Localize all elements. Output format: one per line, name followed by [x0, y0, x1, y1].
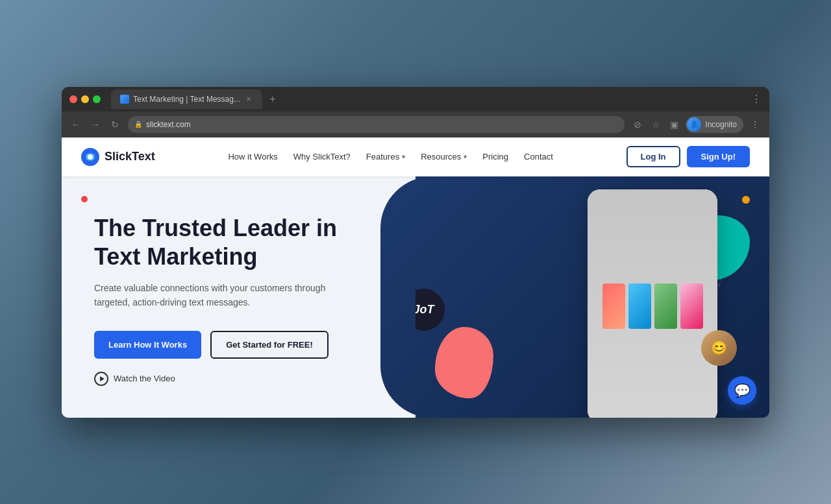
hero-left: The Trusted Leader in Text Marketing Cre… — [62, 176, 416, 418]
svg-point-1 — [88, 154, 93, 160]
nav-how-it-works[interactable]: How it Works — [228, 152, 277, 162]
nav-resources[interactable]: Resources ▾ — [421, 152, 467, 162]
profile-button[interactable]: 👤 Incognito — [686, 116, 743, 133]
tab-favicon — [120, 95, 129, 104]
clothing-item-1 — [602, 283, 625, 329]
pink-shape — [435, 327, 493, 398]
play-icon — [94, 372, 108, 386]
play-triangle — [100, 376, 105, 381]
nav-contact[interactable]: Contact — [524, 152, 553, 162]
clothing-item-4 — [680, 283, 703, 329]
logo-text: SlickText — [105, 150, 155, 163]
address-bar[interactable]: 🔒 slicktext.com — [128, 116, 625, 133]
browser-titlebar: Text Marketing | Text Messag... ✕ + ⋮ — [62, 87, 769, 112]
hero-subtitle: Create valuable connections with your cu… — [94, 281, 341, 310]
watch-video-text: Watch the Video — [114, 374, 175, 383]
window-controls[interactable]: ⋮ — [751, 93, 762, 105]
cast-icon[interactable]: ⊘ — [631, 118, 644, 131]
nav-links: How it Works Why SlickText? Features ▾ R… — [228, 152, 552, 162]
forward-button[interactable]: → — [89, 118, 102, 131]
refresh-button[interactable]: ↻ — [108, 118, 121, 131]
logo-icon — [81, 148, 99, 166]
features-chevron: ▾ — [402, 153, 405, 160]
signup-button[interactable]: Sign Up! — [687, 146, 750, 167]
hero-title: The Trusted Leader in Text Marketing — [94, 214, 390, 270]
tab-title: Text Marketing | Text Messag... — [133, 95, 240, 104]
clothing-item-2 — [628, 283, 651, 329]
profile-avatar: 👤 — [687, 117, 701, 132]
get-started-button[interactable]: Get Started for FREE! — [210, 331, 329, 359]
profile-name: Incognito — [705, 120, 737, 129]
hero-buttons: Learn How It Works Get Started for FREE! — [94, 331, 390, 359]
tab-bar: Text Marketing | Text Messag... ✕ + — [111, 90, 746, 109]
menu-button[interactable]: ⋮ — [749, 118, 762, 131]
phone-mockup: Hi Jack, we wanted to say thanks for bei… — [588, 189, 717, 418]
active-tab[interactable]: Text Marketing | Text Messag... ✕ — [111, 90, 262, 109]
login-button[interactable]: Log In — [626, 146, 680, 167]
site-logo[interactable]: SlickText — [81, 148, 155, 166]
phone-screen: Hi Jack, we wanted to say thanks for bei… — [588, 189, 717, 418]
bookmark-icon[interactable]: ☆ — [649, 118, 662, 131]
maximize-button[interactable] — [93, 95, 101, 103]
tab-close-button[interactable]: ✕ — [244, 95, 253, 104]
sidebar-icon[interactable]: ▣ — [667, 118, 680, 131]
hero-content: The Trusted Leader in Text Marketing Cre… — [94, 214, 390, 385]
nav-actions: Log In Sign Up! — [626, 146, 750, 167]
chat-widget-button[interactable]: 💬 — [728, 376, 756, 405]
yellow-dot-decoration — [742, 196, 750, 204]
hero-section: The Trusted Leader in Text Marketing Cre… — [62, 176, 769, 418]
product-image — [588, 189, 717, 418]
site-navigation: SlickText How it Works Why SlickText? Fe… — [62, 138, 769, 176]
jot-badge: JoT — [416, 289, 445, 331]
secure-icon: 🔒 — [134, 121, 142, 128]
nav-why-slicktext[interactable]: Why SlickText? — [293, 152, 351, 162]
nav-features[interactable]: Features ▾ — [366, 152, 405, 162]
website-content: SlickText How it Works Why SlickText? Fe… — [62, 138, 769, 418]
clothing-item-3 — [654, 283, 677, 329]
traffic-lights — [69, 95, 101, 103]
nav-pricing[interactable]: Pricing — [482, 152, 508, 162]
toolbar-right: ⊘ ☆ ▣ 👤 Incognito ⋮ — [631, 116, 762, 133]
watch-video-link[interactable]: Watch the Video — [94, 372, 390, 386]
url-text: slicktext.com — [146, 120, 191, 129]
back-button[interactable]: ← — [69, 118, 82, 131]
new-tab-button[interactable]: + — [265, 91, 280, 107]
learn-how-button[interactable]: Learn How It Works — [94, 331, 201, 359]
close-button[interactable] — [69, 95, 77, 103]
hero-right: Hi Jack, we wanted to say thanks for bei… — [416, 176, 769, 418]
browser-toolbar: ← → ↻ 🔒 slicktext.com ⊘ ☆ ▣ 👤 Incognito … — [62, 112, 769, 138]
minimize-button[interactable] — [81, 95, 89, 103]
resources-chevron: ▾ — [464, 153, 467, 160]
browser-window: Text Marketing | Text Messag... ✕ + ⋮ ← … — [62, 87, 769, 418]
user-avatar: 😊 — [701, 330, 737, 366]
red-dot-decoration — [81, 196, 88, 202]
